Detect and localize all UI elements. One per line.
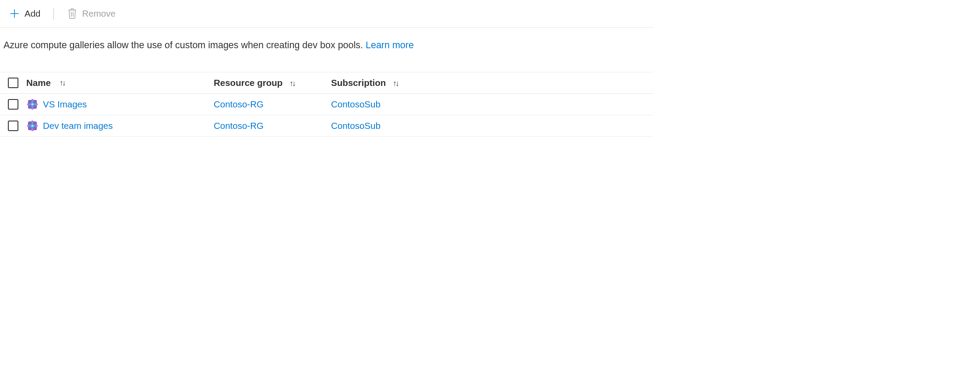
sort-icon: ↑↓	[60, 78, 65, 88]
learn-more-link[interactable]: Learn more	[366, 40, 414, 50]
galleries-table: Name ↑↓ Resource group ↑↓ Subscription ↑…	[0, 72, 653, 137]
resource-group-link[interactable]: Contoso-RG	[214, 121, 264, 131]
sort-icon: ↑↓	[393, 79, 398, 88]
row-checkbox[interactable]	[8, 99, 18, 110]
table-row: Dev team images Contoso-RG ContosoSub	[0, 115, 653, 137]
sort-icon: ↑↓	[289, 79, 295, 88]
remove-button-label: Remove	[82, 8, 115, 19]
row-checkbox-cell	[0, 121, 26, 131]
subscription-link[interactable]: ContosoSub	[331, 121, 381, 131]
description-text: Azure compute galleries allow the use of…	[4, 40, 366, 50]
table-header: Name ↑↓ Resource group ↑↓ Subscription ↑…	[0, 72, 653, 94]
table-row: VS Images Contoso-RG ContosoSub	[0, 94, 653, 115]
gallery-icon	[26, 98, 39, 110]
column-header-rg-label: Resource group	[214, 78, 282, 88]
column-header-name[interactable]: Name ↑↓	[26, 78, 214, 88]
gallery-icon	[26, 120, 39, 132]
trash-icon	[67, 8, 78, 19]
toolbar-divider	[53, 7, 54, 20]
gallery-name-link[interactable]: Dev team images	[43, 121, 113, 131]
page-root: Add Remove Azure compute galleries allow…	[0, 0, 653, 137]
add-button-label: Add	[25, 8, 40, 19]
subscription-link[interactable]: ContosoSub	[331, 99, 381, 109]
gallery-name-link[interactable]: VS Images	[43, 99, 87, 110]
row-checkbox-cell	[0, 99, 26, 110]
row-checkbox[interactable]	[8, 121, 18, 131]
svg-point-9	[32, 103, 33, 105]
column-header-sub-label: Subscription	[331, 78, 386, 88]
column-header-subscription[interactable]: Subscription ↑↓	[331, 78, 653, 88]
select-all-checkbox[interactable]	[8, 78, 18, 88]
remove-button[interactable]: Remove	[64, 6, 118, 21]
add-button[interactable]: Add	[6, 6, 43, 21]
plus-icon	[9, 8, 20, 19]
column-header-name-label: Name	[26, 78, 51, 88]
header-checkbox-cell	[0, 78, 26, 88]
column-header-resource-group[interactable]: Resource group ↑↓	[214, 78, 331, 88]
resource-group-link[interactable]: Contoso-RG	[214, 99, 264, 109]
description: Azure compute galleries allow the use of…	[0, 28, 653, 72]
toolbar: Add Remove	[0, 0, 653, 28]
svg-point-14	[32, 125, 33, 127]
